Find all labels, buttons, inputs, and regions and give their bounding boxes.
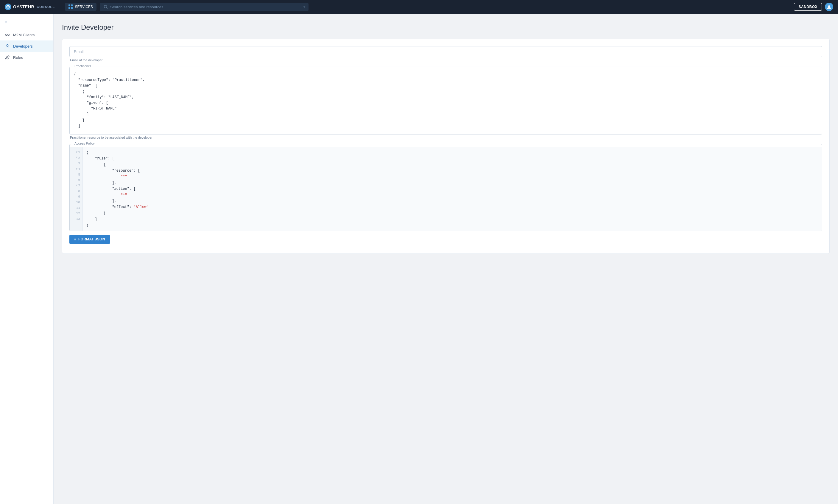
practitioner-label: Practitioner (73, 64, 92, 68)
code-line-5: "*" (86, 174, 818, 180)
code-line-4: "resource": [ (86, 168, 818, 174)
svg-point-4 (828, 5, 830, 7)
sidebar-item-developers[interactable]: Developers (0, 40, 53, 52)
email-input[interactable] (69, 46, 822, 57)
email-hint: Email of the developer (69, 58, 822, 62)
top-navigation: OYSTEHR CONSOLE SERVICES ▾ SANDBOX (0, 0, 838, 14)
svg-line-3 (107, 8, 107, 8)
developers-label: Developers (13, 44, 33, 49)
nav-right-area: SANDBOX (794, 3, 833, 11)
line-numbers: ∨1 ∨2 ∨3 ∨4 ∨5 ∨6 ∨7 ∨8 ∨9 ∨10 ∨11 ∨12 ∨… (70, 147, 83, 231)
code-line-7: "action": [ (86, 186, 818, 192)
search-bar[interactable]: ▾ (100, 3, 309, 11)
practitioner-json-textarea[interactable]: { "resourceType": "Practitioner", "name"… (74, 72, 818, 129)
brand-logo-area: OYSTEHR CONSOLE (5, 4, 55, 10)
roles-label: Roles (13, 55, 23, 60)
developers-icon (5, 43, 10, 49)
services-label: SERVICES (75, 5, 93, 9)
access-policy-section: Access Policy ∨1 ∨2 ∨3 ∨4 ∨5 ∨6 ∨7 ∨8 ∨9… (69, 144, 822, 231)
format-json-button[interactable]: ≡ FORMAT JSON (69, 235, 110, 244)
search-icon (104, 5, 108, 9)
svg-point-1 (7, 6, 8, 7)
svg-point-7 (6, 44, 8, 46)
sidebar-collapse-button[interactable]: « (0, 17, 53, 27)
code-content[interactable]: { "rule": [ { "resource": [ "*" ], "acti… (83, 147, 822, 231)
roles-icon (5, 55, 10, 60)
code-line-8: "*" (86, 192, 818, 198)
sidebar-item-roles[interactable]: Roles (0, 52, 53, 63)
code-line-9: ], (86, 198, 818, 204)
nav-divider (60, 3, 60, 11)
format-json-label: FORMAT JSON (78, 237, 105, 241)
m2m-icon (5, 32, 10, 37)
invite-developer-form: Email of the developer Practitioner { "r… (62, 39, 830, 254)
svg-point-8 (6, 56, 7, 58)
brand-logo-icon (5, 4, 11, 10)
search-chevron-icon: ▾ (304, 5, 305, 8)
services-nav-button[interactable]: SERVICES (65, 3, 97, 11)
code-line-3: { (86, 162, 818, 168)
code-editor[interactable]: ∨1 ∨2 ∨3 ∨4 ∨5 ∨6 ∨7 ∨8 ∨9 ∨10 ∨11 ∨12 ∨… (70, 147, 822, 231)
email-section: Email of the developer (69, 46, 822, 62)
practitioner-section: Practitioner { "resourceType": "Practiti… (69, 67, 822, 134)
svg-point-5 (6, 34, 7, 35)
code-line-13: } (86, 222, 818, 229)
main-content: Invite Developer Email of the developer … (54, 14, 838, 504)
m2m-clients-label: M2M Clients (13, 33, 35, 37)
code-line-11: } (86, 210, 818, 216)
sidebar-item-m2m-clients[interactable]: M2M Clients (0, 29, 53, 40)
format-json-icon: ≡ (74, 237, 76, 241)
code-line-6: ], (86, 180, 818, 186)
code-line-1: { (86, 150, 818, 156)
collapse-icon: « (5, 20, 7, 24)
brand-name: OYSTEHR (13, 4, 34, 9)
user-avatar[interactable] (825, 3, 833, 11)
page-title: Invite Developer (62, 23, 830, 32)
practitioner-hint: Practitioner resource to be associated w… (69, 136, 822, 139)
access-policy-label: Access Policy (73, 142, 96, 145)
svg-point-6 (8, 34, 9, 35)
code-line-12: ] (86, 216, 818, 222)
code-line-10: "effect": "Allow" (86, 204, 818, 210)
sidebar: « M2M Clients Developers Roles (0, 14, 54, 504)
svg-point-9 (8, 56, 9, 57)
search-input[interactable] (110, 5, 301, 9)
services-grid-icon (68, 4, 73, 9)
brand-console-label: CONSOLE (37, 5, 55, 8)
code-line-2: "rule": [ (86, 156, 818, 162)
sandbox-button[interactable]: SANDBOX (794, 3, 822, 11)
